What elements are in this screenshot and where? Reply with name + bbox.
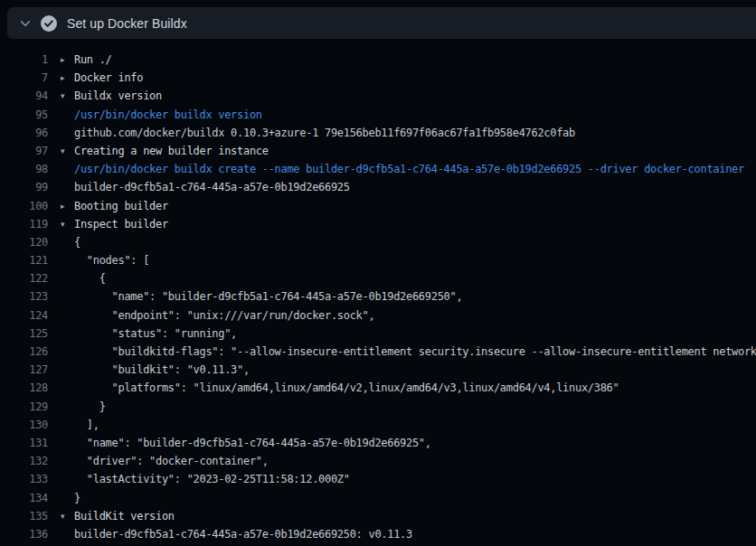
line-number[interactable]: 136 [0,525,48,543]
line-number[interactable]: 129 [0,398,48,416]
log-line: 134} [0,489,756,507]
output-text: ], [74,416,99,434]
indent [48,470,74,488]
log-line: 125 "status": "running", [0,325,756,343]
log-line: 122 { [0,269,756,287]
output-text: "name": "builder-d9cfb5a1-c764-445a-a57e… [74,434,431,452]
group-title[interactable]: BuildKit version [74,507,175,525]
line-number[interactable]: 133 [0,470,48,488]
log-line: 119▾Inspect builder [0,215,756,233]
log-line: 131 "name": "builder-d9cfb5a1-c764-445a-… [0,434,756,452]
log-line: 100▸Booting builder [0,197,756,215]
line-number[interactable]: 97 [0,142,48,160]
command-text: /usr/bin/docker buildx version [74,106,262,124]
step-title: Set up Docker Buildx [67,16,187,31]
command-text: /usr/bin/docker buildx create --name bui… [74,160,744,178]
log-line: 130 ], [0,416,756,434]
triangle-right-icon[interactable]: ▸ [48,69,74,87]
output-text: builder-d9cfb5a1-c764-445a-a57e-0b19d2e6… [74,178,350,196]
line-number[interactable]: 1 [0,51,48,69]
log-line: 98/usr/bin/docker buildx create --name b… [0,160,756,178]
triangle-down-icon[interactable]: ▾ [48,215,74,233]
output-text: } [74,489,80,507]
log-line: 99builder-d9cfb5a1-c764-445a-a57e-0b19d2… [0,178,756,196]
line-number[interactable]: 123 [0,287,48,306]
line-number[interactable]: 125 [0,325,48,343]
line-number[interactable]: 131 [0,434,48,452]
chevron-down-icon[interactable] [19,17,32,30]
indent [48,379,74,397]
output-text: builder-d9cfb5a1-c764-445a-a57e-0b19d2e6… [74,525,412,543]
group-title[interactable]: Creating a new builder instance [74,142,269,160]
indent [48,160,74,178]
log-line: 127 "buildkit": "v0.11.3", [0,361,756,379]
indent [48,287,74,306]
indent [48,489,74,507]
log-line: 123 "name": "builder-d9cfb5a1-c764-445a-… [0,287,756,306]
log-line: 126 "buildkitd-flags": "--allow-insecure… [0,343,756,361]
triangle-right-icon[interactable]: ▸ [48,51,74,69]
triangle-down-icon[interactable]: ▾ [48,87,74,105]
indent [48,525,74,543]
step-header[interactable]: Set up Docker Buildx [7,7,756,39]
line-number[interactable]: 99 [0,178,48,196]
indent [48,124,74,142]
group-title[interactable]: Docker info [74,69,143,87]
line-number[interactable]: 127 [0,361,48,379]
log-line: 1▸Run ./ [0,51,756,69]
group-title[interactable]: Booting builder [74,197,168,215]
indent [48,178,74,196]
group-title[interactable]: Inspect builder [74,215,168,233]
line-number[interactable]: 128 [0,379,48,397]
output-text: "status": "running", [74,325,237,343]
output-text: { [74,233,80,251]
indent [48,416,74,434]
log-line: 124 "endpoint": "unix:///var/run/docker.… [0,306,756,325]
triangle-down-icon[interactable]: ▾ [48,507,74,525]
line-number[interactable]: 100 [0,197,48,215]
log-line: 133 "lastActivity": "2023-02-25T11:58:12… [0,470,756,488]
indent [48,106,74,124]
triangle-down-icon[interactable]: ▾ [48,142,74,160]
log-line: 121 "nodes": [ [0,251,756,269]
triangle-right-icon[interactable]: ▸ [48,197,74,215]
line-number[interactable]: 95 [0,106,48,124]
line-number[interactable]: 120 [0,233,48,251]
output-text: "driver": "docker-container", [74,452,269,470]
log-line: 95/usr/bin/docker buildx version [0,106,756,124]
indent [48,251,74,269]
indent [48,306,74,325]
line-number[interactable]: 130 [0,416,48,434]
line-number[interactable]: 132 [0,452,48,470]
output-text: github.com/docker/buildx 0.10.3+azure-1 … [74,124,575,142]
line-number[interactable]: 94 [0,87,48,105]
log-line: 97▾Creating a new builder instance [0,142,756,160]
log-line: 7▸Docker info [0,69,756,87]
group-title[interactable]: Run ./ [74,51,112,69]
line-number[interactable]: 119 [0,215,48,233]
log-line: 129 } [0,398,756,416]
log-lines: 1▸Run ./7▸Docker info94▾Buildx version95… [0,51,756,543]
indent [48,398,74,416]
line-number[interactable]: 7 [0,69,48,87]
output-text: "endpoint": "unix:///var/run/docker.sock… [74,306,374,325]
log-line: 136builder-d9cfb5a1-c764-445a-a57e-0b19d… [0,525,756,543]
line-number[interactable]: 96 [0,124,48,142]
line-number[interactable]: 98 [0,160,48,178]
log-line: 128 "platforms": "linux/amd64,linux/amd6… [0,379,756,397]
output-text: "lastActivity": "2023-02-25T11:58:12.000… [74,470,350,488]
group-title[interactable]: Buildx version [74,87,162,105]
indent [48,452,74,470]
output-text: "buildkit": "v0.11.3", [74,361,250,379]
line-number[interactable]: 126 [0,343,48,361]
output-text: { [74,269,106,287]
line-number[interactable]: 124 [0,306,48,325]
indent [48,233,74,251]
output-text: } [74,398,106,416]
line-number[interactable]: 134 [0,489,48,507]
check-circle-icon [40,14,58,33]
line-number[interactable]: 121 [0,251,48,269]
line-number[interactable]: 122 [0,269,48,287]
line-number[interactable]: 135 [0,507,48,525]
indent [48,361,74,379]
